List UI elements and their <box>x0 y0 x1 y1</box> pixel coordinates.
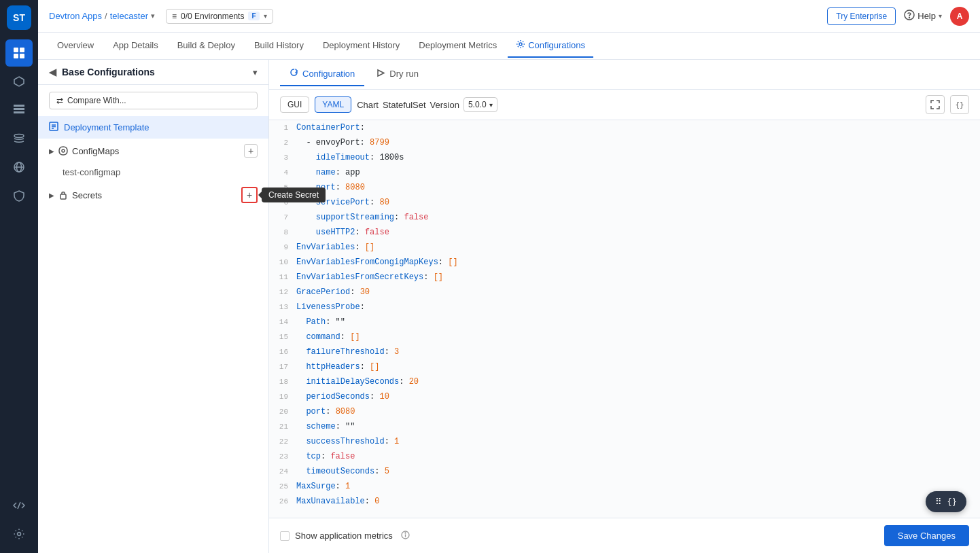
compare-with-button[interactable]: ⇄ Compare With... <box>49 92 258 109</box>
app-logo[interactable]: ST <box>7 5 31 30</box>
help-icon <box>904 10 915 22</box>
line-content: httpHeaders: [] <box>296 359 980 374</box>
configmaps-icon <box>58 146 68 156</box>
left-panel-header: ◀ Base Configurations ▾ <box>38 60 268 85</box>
line-content: supportStreaming: false <box>296 210 980 225</box>
line-content: failureThreshold: 3 <box>296 344 980 359</box>
line-number: 4 <box>269 165 296 180</box>
code-line: 24 timeoutSeconds: 5 <box>269 464 980 479</box>
chart-type: StatefulSet <box>383 100 426 110</box>
env-label: 0/0 Environments <box>181 12 244 21</box>
configuration-tab-icon <box>290 69 298 79</box>
breadcrumb: Devtron Apps / telecaster ▾ <box>49 11 155 21</box>
tab-configuration[interactable]: Configuration <box>280 63 364 86</box>
line-number: 24 <box>269 464 296 479</box>
sidebar-item-settings[interactable] <box>5 520 33 548</box>
configmaps-label: ConfigMaps <box>72 146 119 156</box>
tab-app-details[interactable]: App Details <box>105 35 166 57</box>
code-line: 6 servicePort: 80 <box>269 195 980 210</box>
metrics-info-icon[interactable] <box>401 531 410 541</box>
deployment-template-label: Deployment Template <box>64 122 150 132</box>
floating-action-button[interactable]: ⠿ {} <box>926 491 966 512</box>
filter-icon: ≡ <box>172 12 177 21</box>
svg-rect-22 <box>60 194 66 199</box>
svg-point-13 <box>18 533 21 536</box>
code-format-icon: {} <box>955 101 964 109</box>
env-selector[interactable]: ≡ 0/0 Environments F ▾ <box>166 9 273 24</box>
code-line: 7 supportStreaming: false <box>269 210 980 225</box>
secrets-chevron: ▶ <box>49 192 54 199</box>
try-enterprise-button[interactable]: Try Enterprise <box>827 7 896 25</box>
line-content: tcp: false <box>296 449 980 464</box>
save-changes-button[interactable]: Save Changes <box>884 525 969 546</box>
line-content: idleTimeout: 1800s <box>296 150 980 165</box>
line-content: timeoutSeconds: 5 <box>296 464 980 479</box>
line-number: 14 <box>269 315 296 329</box>
sidebar-item-charts[interactable] <box>5 68 33 95</box>
svg-rect-5 <box>14 105 24 107</box>
code-line: 25MaxSurge: 1 <box>269 479 980 494</box>
code-line: 18 initialDelaySeconds: 20 <box>269 374 980 389</box>
header-chevron[interactable]: ▾ <box>253 67 258 77</box>
version-selector[interactable]: 5.0.0 ▾ <box>463 97 497 112</box>
tab-configurations[interactable]: Configurations <box>508 34 593 58</box>
right-panel: Configuration Dry run GUI YAML Chart <box>269 60 980 553</box>
deployment-template-item[interactable]: Deployment Template <box>38 116 268 139</box>
breadcrumb-chevron[interactable]: ▾ <box>151 12 155 20</box>
help-button[interactable]: Help ▾ <box>904 10 942 22</box>
tab-deployment-metrics[interactable]: Deployment Metrics <box>410 35 505 57</box>
breadcrumb-sep: / <box>105 11 107 21</box>
svg-point-15 <box>909 18 910 18</box>
breadcrumb-org[interactable]: Devtron Apps <box>49 11 102 21</box>
show-metrics-control: Show application metrics <box>280 531 410 541</box>
svg-rect-7 <box>14 111 24 113</box>
expand-button[interactable] <box>926 95 945 114</box>
tab-deployment-history[interactable]: Deployment History <box>315 35 408 57</box>
line-number: 11 <box>269 270 296 285</box>
sidebar-item-globe[interactable] <box>5 154 33 181</box>
svg-marker-4 <box>14 77 24 86</box>
sidebar-item-stack[interactable] <box>5 125 33 152</box>
code-format-button[interactable]: {} <box>950 95 969 114</box>
editor-tabs: Configuration Dry run <box>269 60 980 90</box>
secrets-label: Secrets <box>72 190 102 200</box>
line-number: 16 <box>269 344 296 359</box>
svg-rect-6 <box>14 108 24 110</box>
floating-dots-icon: ⠿ <box>935 497 943 507</box>
line-number: 12 <box>269 285 296 300</box>
code-editor[interactable]: 1ContainerPort:2 - envoyPort: 87993 idle… <box>269 120 980 518</box>
line-number: 25 <box>269 479 296 494</box>
floating-code-icon: {} <box>947 497 957 507</box>
configmaps-section[interactable]: ▶ ConfigMaps + <box>38 139 268 163</box>
line-content: EnvVariablesFromCongigMapKeys: [] <box>296 255 980 270</box>
app-nav: Overview App Details Build & Deploy Buil… <box>38 33 980 60</box>
add-configmap-button[interactable]: + <box>244 144 258 158</box>
test-configmap-item[interactable]: test-configmap <box>38 163 268 181</box>
yaml-button[interactable]: YAML <box>315 96 351 113</box>
line-number: 2 <box>269 135 296 150</box>
collapse-icon[interactable]: ◀ <box>49 67 56 77</box>
left-panel-title-text: Base Configurations <box>62 67 155 77</box>
code-line: 13LivenessProbe: <box>269 300 980 315</box>
line-number: 26 <box>269 494 296 509</box>
show-metrics-checkbox[interactable] <box>280 531 290 541</box>
sidebar-item-security[interactable] <box>5 182 33 209</box>
sidebar-nav: ST <box>0 0 38 553</box>
bottom-bar: Show application metrics Save Changes <box>269 518 980 553</box>
tab-overview[interactable]: Overview <box>49 35 102 57</box>
tab-build-history[interactable]: Build History <box>246 35 312 57</box>
svg-point-16 <box>519 43 522 46</box>
avatar[interactable]: A <box>950 7 969 26</box>
add-secret-button[interactable]: + Create Secret <box>241 187 258 203</box>
line-number: 10 <box>269 255 296 270</box>
sidebar-item-apps[interactable] <box>5 39 33 67</box>
breadcrumb-app[interactable]: telecaster <box>110 11 148 21</box>
tab-dry-run[interactable]: Dry run <box>367 63 428 86</box>
gui-button[interactable]: GUI <box>280 96 309 113</box>
secrets-section[interactable]: ▶ Secrets + Create Secret <box>38 181 268 209</box>
line-content: scheme: "" <box>296 419 980 434</box>
tab-build-deploy[interactable]: Build & Deploy <box>169 35 243 57</box>
sidebar-item-code[interactable] <box>5 492 33 519</box>
sidebar-item-dashboard[interactable] <box>5 96 33 124</box>
svg-rect-0 <box>14 48 18 52</box>
